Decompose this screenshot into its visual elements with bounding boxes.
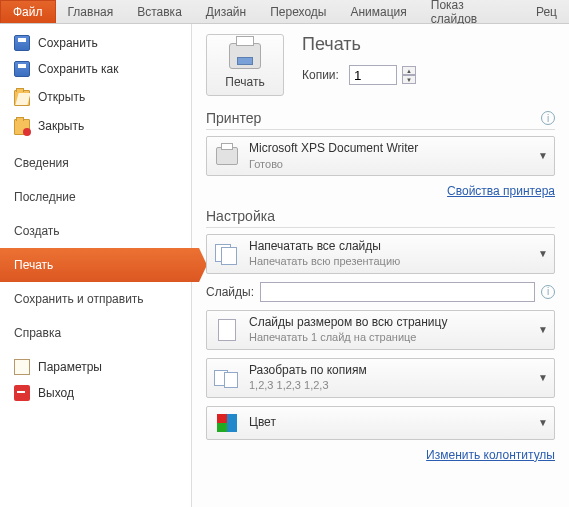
pages-icon	[215, 244, 239, 264]
collate-title: Разобрать по копиям	[249, 363, 530, 379]
printer-properties-link[interactable]: Свойства принтера	[206, 184, 555, 198]
slides-input[interactable]	[260, 282, 535, 302]
printer-status: Готово	[249, 157, 530, 171]
edit-header-footer-link[interactable]: Изменить колонтитулы	[206, 448, 555, 462]
printer-name: Microsoft XPS Document Writer	[249, 141, 530, 157]
range-sub: Напечатать всю презентацию	[249, 254, 530, 268]
sidebar-label: Сохранить	[38, 36, 98, 50]
sidebar-label: Закрыть	[38, 119, 84, 133]
open-icon	[14, 90, 30, 106]
copies-label: Копии:	[302, 68, 339, 82]
sidebar-label: Выход	[38, 386, 74, 400]
collate-icon	[214, 370, 240, 386]
sidebar-print[interactable]: Печать	[0, 248, 199, 282]
layout-select[interactable]: Слайды размером во всю страницу Напечата…	[206, 310, 555, 350]
backstage-sidebar: Сохранить Сохранить как Открыть Закрыть …	[0, 24, 192, 507]
collate-select[interactable]: Разобрать по копиям 1,2,3 1,2,3 1,2,3 ▼	[206, 358, 555, 398]
tab-file[interactable]: Файл	[0, 0, 56, 23]
chevron-down-icon: ▼	[538, 150, 548, 161]
sidebar-label: Печать	[14, 258, 53, 272]
options-icon	[14, 359, 30, 375]
printer-small-icon	[216, 147, 238, 165]
sidebar-help[interactable]: Справка	[0, 316, 191, 350]
slides-label: Слайды:	[206, 285, 254, 299]
tab-transitions[interactable]: Переходы	[258, 0, 338, 23]
print-range-select[interactable]: Напечатать все слайды Напечатать всю пре…	[206, 234, 555, 274]
print-heading: Печать	[302, 34, 416, 55]
collate-sub: 1,2,3 1,2,3 1,2,3	[249, 378, 530, 392]
tab-slideshow[interactable]: Показ слайдов	[419, 0, 524, 23]
save-icon	[14, 35, 30, 51]
sidebar-info[interactable]: Сведения	[0, 146, 191, 180]
copies-input[interactable]	[349, 65, 397, 85]
slides-info-icon[interactable]: i	[541, 285, 555, 299]
chevron-down-icon: ▼	[538, 324, 548, 335]
save-as-icon	[14, 61, 30, 77]
sidebar-save-as[interactable]: Сохранить как	[0, 56, 191, 82]
sidebar-label: Сохранить как	[38, 62, 118, 76]
sidebar-close[interactable]: Закрыть	[0, 111, 191, 140]
print-button[interactable]: Печать	[206, 34, 284, 96]
close-icon	[14, 119, 30, 135]
tab-home[interactable]: Главная	[56, 0, 126, 23]
printer-info-icon[interactable]: i	[541, 111, 555, 125]
sidebar-label: Параметры	[38, 360, 102, 374]
sidebar-save[interactable]: Сохранить	[0, 30, 191, 56]
layout-title: Слайды размером во всю страницу	[249, 315, 530, 331]
tab-animation[interactable]: Анимация	[338, 0, 418, 23]
exit-icon	[14, 385, 30, 401]
spin-up[interactable]: ▲	[402, 66, 416, 75]
sidebar-recent[interactable]: Последние	[0, 180, 191, 214]
color-title: Цвет	[249, 415, 530, 431]
tab-design[interactable]: Дизайн	[194, 0, 258, 23]
sidebar-open[interactable]: Открыть	[0, 82, 191, 111]
printer-heading: Принтер	[206, 110, 261, 126]
printer-select[interactable]: Microsoft XPS Document Writer Готово ▼	[206, 136, 555, 176]
print-panel: Печать Печать Копии: ▲ ▼ Принтер i	[192, 24, 569, 507]
tab-insert[interactable]: Вставка	[125, 0, 194, 23]
copies-spinner: ▲ ▼	[402, 66, 416, 84]
print-button-label: Печать	[211, 75, 279, 89]
chevron-down-icon: ▼	[538, 248, 548, 259]
sidebar-exit[interactable]: Выход	[0, 380, 191, 406]
sidebar-options[interactable]: Параметры	[0, 354, 191, 380]
printer-icon	[229, 43, 261, 69]
color-select[interactable]: Цвет ▼	[206, 406, 555, 440]
color-icon	[217, 414, 237, 432]
settings-heading: Настройка	[206, 208, 275, 224]
layout-sub: Напечатать 1 слайд на странице	[249, 330, 530, 344]
sidebar-label: Открыть	[38, 90, 85, 104]
ribbon-tabs: Файл Главная Вставка Дизайн Переходы Ани…	[0, 0, 569, 24]
range-title: Напечатать все слайды	[249, 239, 530, 255]
chevron-down-icon: ▼	[538, 417, 548, 428]
sidebar-new[interactable]: Создать	[0, 214, 191, 248]
sidebar-save-send[interactable]: Сохранить и отправить	[0, 282, 191, 316]
tab-review[interactable]: Рец	[524, 0, 569, 23]
spin-down[interactable]: ▼	[402, 75, 416, 84]
page-icon	[218, 319, 236, 341]
chevron-down-icon: ▼	[538, 372, 548, 383]
